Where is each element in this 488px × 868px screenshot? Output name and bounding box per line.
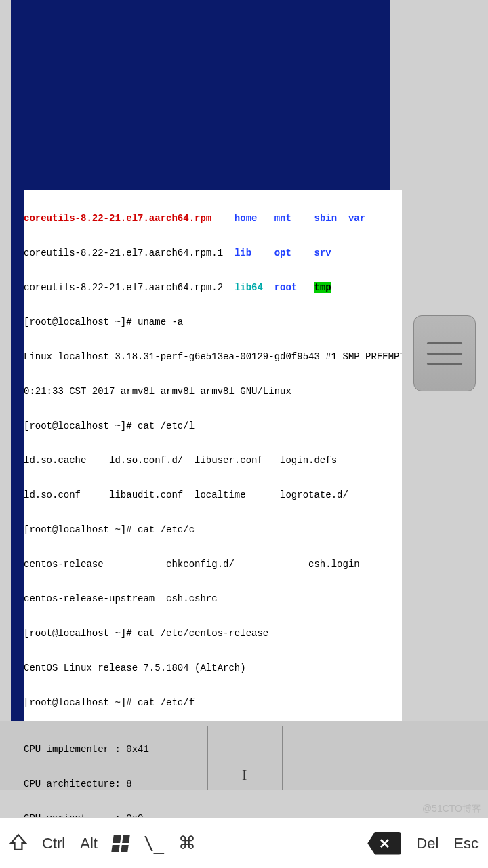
escape-sequence-key[interactable]: \_ [144,833,163,854]
ls-row-2: coreutils-8.22-21.el7.aarch64.rpm.1 lib … [24,248,402,259]
command-key-icon[interactable]: ⌘ [178,833,196,854]
drawer-handle[interactable] [413,315,476,391]
uname-out-1: Linux localhost 3.18.31-perf-g6e513ea-00… [24,351,402,363]
uname-out-2: 0:21:33 CST 2017 armv8l armv8l armv8l GN… [24,386,402,397]
screen: coreutils-8.22-21.el7.aarch64.rpm home m… [0,0,488,868]
handle-line-icon [427,342,462,344]
c-row-1: centos-release chkconfig.d/ csh.login [24,559,402,570]
text-cursor-icon: I [242,766,251,781]
ctrl-key[interactable]: Ctrl [42,835,65,852]
l-row-2: ld.so.conf libaudit.conf localtime logro… [24,490,402,501]
ls-row-1: coreutils-8.22-21.el7.aarch64.rpm home m… [24,213,402,224]
windows-key-icon[interactable] [111,835,129,852]
backspace-key[interactable]: ✕ [367,832,401,855]
prompt-cat-centos: [root@localhost ~]# cat /etc/centos-rele… [24,628,402,639]
separator-1 [207,726,208,790]
handle-line-icon [427,363,462,365]
l-row-1: ld.so.cache ld.so.conf.d/ libuser.conf l… [24,455,402,467]
separator-2 [282,726,283,790]
prompt-cat-f1: [root@localhost ~]# cat /etc/f [24,697,402,709]
prompt-cat-c: [root@localhost ~]# cat /etc/c [24,524,402,536]
cpuinfo-impl: CPU implementer : 0x41 [24,744,471,755]
close-x-icon: ✕ [379,835,390,852]
c-row-2: centos-release-upstream csh.cshrc [24,593,402,605]
shift-key[interactable] [9,833,27,854]
centos-out: CentOS Linux release 7.5.1804 (AltArch) [24,663,402,674]
prompt-uname: [root@localhost ~]# uname -a [24,317,402,328]
prompt-cat-l: [root@localhost ~]# cat /etc/l [24,420,402,432]
terminal-window[interactable]: coreutils-8.22-21.el7.aarch64.rpm home m… [24,190,402,726]
alt-key[interactable]: Alt [80,835,98,852]
esc-key[interactable]: Esc [453,835,479,852]
handle-line-icon [427,353,462,355]
del-key[interactable]: Del [416,835,439,852]
watermark: @51CTO博客 [422,803,481,815]
keyboard-toolbar: Ctrl Alt \_ ⌘ ✕ Del Esc [0,817,488,868]
shift-icon [9,833,27,851]
ls-row-3: coreutils-8.22-21.el7.aarch64.rpm.2 lib6… [24,282,402,294]
